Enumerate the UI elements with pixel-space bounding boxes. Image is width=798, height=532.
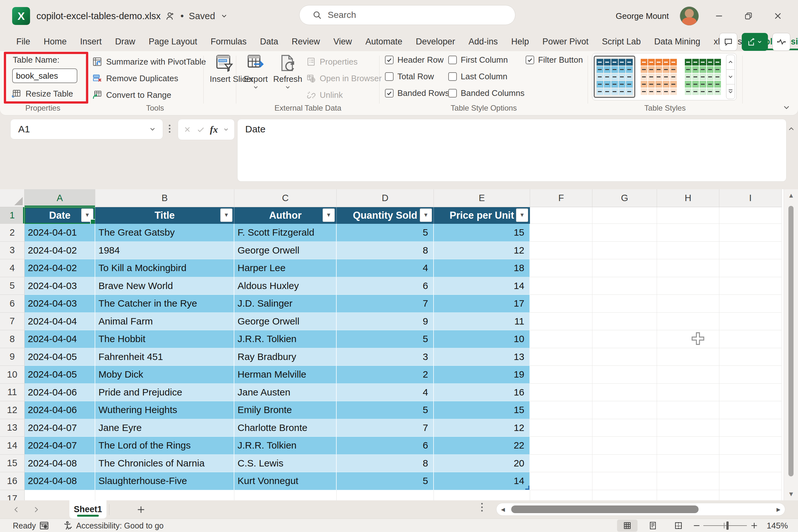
cell-B6[interactable]: The Catcher in the Rye [95, 295, 234, 313]
tab-formulas[interactable]: Formulas [204, 32, 253, 51]
cell-E10[interactable]: 19 [434, 366, 530, 384]
cell-E9[interactable]: 13 [434, 348, 530, 366]
style-option-last-column[interactable]: Last Column [448, 72, 507, 81]
scroll-left-arrow-icon[interactable]: ◀ [501, 503, 505, 515]
tab-page-layout[interactable]: Page Layout [142, 32, 204, 51]
row-header-3[interactable]: 3 [0, 242, 25, 260]
row-header-13[interactable]: 13 [0, 419, 25, 437]
cell-G3[interactable] [592, 242, 657, 260]
confirm-entry-icon[interactable] [197, 125, 205, 134]
share-button[interactable] [742, 33, 768, 51]
cell-E16[interactable]: 14 [434, 472, 530, 490]
zoom-slider-handle[interactable] [726, 521, 729, 530]
cell-C4[interactable]: Harper Lee [234, 259, 337, 277]
collapse-ribbon-chevron-icon[interactable] [782, 103, 791, 112]
cell-G11[interactable] [592, 384, 657, 402]
tab-home[interactable]: Home [37, 32, 74, 51]
cell-G1[interactable] [592, 207, 657, 224]
minimize-button[interactable] [710, 7, 728, 25]
cell-E14[interactable]: 22 [434, 437, 530, 455]
cell-H12[interactable] [657, 401, 719, 419]
cell-I1[interactable] [719, 207, 782, 224]
checkbox-header-row[interactable] [385, 56, 394, 64]
cell-C5[interactable]: Aldous Huxley [234, 277, 337, 295]
export-button[interactable]: Export [241, 54, 271, 91]
cell-I8[interactable] [719, 330, 782, 348]
cell-A5[interactable]: 2024-04-03 [25, 277, 95, 295]
table-style-green[interactable] [682, 56, 723, 98]
cell-E8[interactable]: 10 [434, 330, 530, 348]
cell-A10[interactable]: 2024-04-05 [25, 366, 95, 384]
row-header-9[interactable]: 9 [0, 348, 25, 366]
cell-F9[interactable] [530, 348, 592, 366]
selection-fill-handle[interactable] [90, 219, 95, 224]
row-header-1[interactable]: 1 [0, 207, 25, 224]
cell-I12[interactable] [719, 401, 782, 419]
cell-D16[interactable]: 5 [337, 472, 434, 490]
cell-E11[interactable]: 16 [434, 384, 530, 402]
cell-D10[interactable]: 2 [337, 366, 434, 384]
cell-H9[interactable] [657, 348, 719, 366]
cell-G8[interactable] [592, 330, 657, 348]
formula-bar-drag-handle[interactable] [169, 125, 170, 133]
cell-D15[interactable]: 8 [337, 455, 434, 473]
excel-logo-icon[interactable]: X [12, 7, 30, 25]
cell-D2[interactable]: 5 [337, 224, 434, 242]
row-header-17[interactable]: 17 [0, 490, 25, 501]
cell-D9[interactable]: 3 [337, 348, 434, 366]
cell-F4[interactable] [530, 259, 592, 277]
cell-I7[interactable] [719, 313, 782, 330]
row-header-16[interactable]: 16 [0, 472, 25, 490]
cell-E12[interactable]: 15 [434, 401, 530, 419]
filter-button-quantity-sold[interactable]: ▼ [420, 208, 432, 222]
zoom-in-button[interactable] [750, 519, 758, 532]
tab-data-mining[interactable]: Data Mining [647, 32, 707, 51]
cell-I14[interactable] [719, 437, 782, 455]
normal-view-button[interactable] [617, 519, 638, 532]
refresh-button[interactable]: Refresh [271, 54, 304, 91]
table-style-blue[interactable] [594, 56, 635, 98]
cell-F17[interactable] [530, 490, 592, 501]
style-option-banded-columns[interactable]: Banded Columns [448, 88, 524, 98]
new-sheet-button[interactable] [133, 500, 149, 518]
cell-A1[interactable]: Date▼ [25, 207, 95, 224]
tab-add-ins[interactable]: Add-ins [462, 32, 505, 51]
cell-I9[interactable] [719, 348, 782, 366]
cell-H7[interactable] [657, 313, 719, 330]
cell-A3[interactable]: 2024-04-02 [25, 242, 95, 260]
cell-B1[interactable]: Title▼ [95, 207, 234, 224]
cell-B7[interactable]: Animal Farm [95, 313, 234, 330]
cell-F11[interactable] [530, 384, 592, 402]
cell-B10[interactable]: Moby Dick [95, 366, 234, 384]
style-option-filter-button[interactable]: Filter Button [526, 55, 583, 65]
cell-E2[interactable]: 15 [434, 224, 530, 242]
cell-G16[interactable] [592, 472, 657, 490]
cell-B9[interactable]: Fahrenheit 451 [95, 348, 234, 366]
cell-G4[interactable] [592, 259, 657, 277]
restore-button[interactable] [739, 7, 758, 25]
cell-C8[interactable]: J.R.R. Tolkien [234, 330, 337, 348]
cell-B13[interactable]: Jane Eyre [95, 419, 234, 437]
cell-B15[interactable]: The Chronicles of Narnia [95, 455, 234, 473]
style-option-first-column[interactable]: First Column [448, 55, 508, 65]
cell-F8[interactable] [530, 330, 592, 348]
filter-button-price-per-unit[interactable]: ▼ [516, 208, 528, 222]
tab-data[interactable]: Data [253, 32, 285, 51]
saved-status-label[interactable]: Saved [189, 11, 215, 21]
cell-C10[interactable]: Herman Melville [234, 366, 337, 384]
cell-E7[interactable]: 11 [434, 313, 530, 330]
cell-A14[interactable]: 2024-04-07 [25, 437, 95, 455]
cell-I17[interactable] [719, 490, 782, 501]
cell-G13[interactable] [592, 419, 657, 437]
cell-D13[interactable]: 7 [337, 419, 434, 437]
cell-F5[interactable] [530, 277, 592, 295]
insert-slicer-button[interactable]: Insert Slicer [207, 54, 242, 84]
cell-D17[interactable] [337, 490, 434, 501]
cell-G10[interactable] [592, 366, 657, 384]
cell-C14[interactable]: J.R.R. Tolkien [234, 437, 337, 455]
cell-C1[interactable]: Author▼ [234, 207, 337, 224]
cell-H17[interactable] [657, 490, 719, 501]
cancel-entry-icon[interactable] [183, 125, 191, 134]
cell-H14[interactable] [657, 437, 719, 455]
cell-A11[interactable]: 2024-04-06 [25, 384, 95, 402]
